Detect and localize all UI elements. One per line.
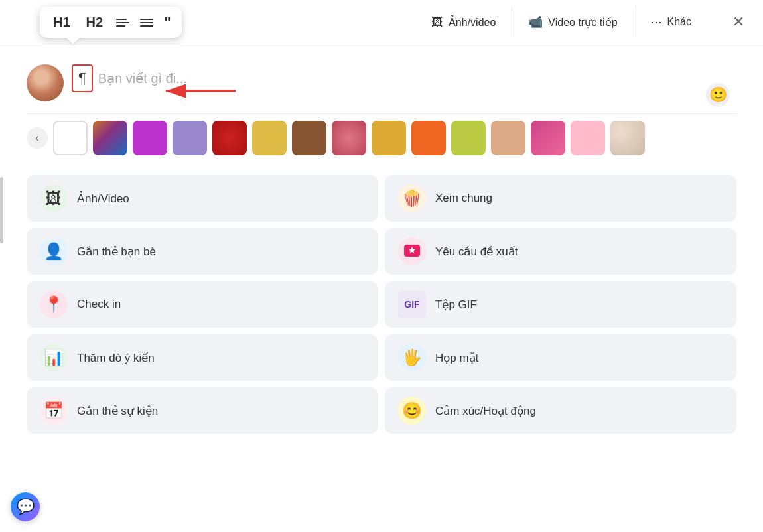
color-swatch-cream[interactable] bbox=[610, 121, 645, 155]
gif-button[interactable]: GIF Tệp GIF bbox=[385, 281, 736, 328]
red-arrow-annotation bbox=[159, 78, 239, 107]
poll-label: Thăm dò ý kiến bbox=[77, 351, 155, 365]
photo-video-button[interactable]: 🖼 Ảnh/Video bbox=[27, 175, 378, 222]
gif-icon: GIF bbox=[398, 291, 426, 318]
left-chevron-icon: ‹ bbox=[35, 132, 38, 144]
color-swatch-brown[interactable] bbox=[292, 121, 326, 155]
color-swatch-white[interactable] bbox=[53, 121, 88, 155]
photo-video-action-icon: 🖼 bbox=[40, 184, 68, 212]
more-tab[interactable]: ⋯ Khác bbox=[634, 7, 707, 37]
messenger-bubble[interactable]: 💬 bbox=[11, 492, 40, 521]
more-label: Khác bbox=[667, 16, 691, 28]
color-swatch-lavender[interactable] bbox=[173, 121, 207, 155]
unordered-list-button[interactable] bbox=[116, 19, 129, 27]
color-swatch-peach[interactable] bbox=[491, 121, 525, 155]
color-swatch-purple[interactable] bbox=[133, 121, 167, 155]
color-swatch-pinkred[interactable] bbox=[332, 121, 366, 155]
color-swatch-colorful1[interactable] bbox=[93, 121, 127, 155]
paragraph-icon: ¶ bbox=[78, 70, 86, 87]
color-palette: ‹ bbox=[27, 113, 736, 162]
color-swatch-yellowgreen[interactable] bbox=[451, 121, 486, 155]
watch-together-button[interactable]: 🍿 Xem chung bbox=[385, 175, 736, 222]
tag-event-icon: 📅 bbox=[40, 397, 68, 425]
tab-bar: 🖼 Ảnh/video 📹 Video trực tiếp ⋯ Khác bbox=[415, 7, 707, 37]
recommendation-button[interactable]: Yêu cầu đề xuất bbox=[385, 228, 736, 275]
poll-icon: 📊 bbox=[40, 344, 68, 371]
messenger-icon: 💬 bbox=[17, 498, 35, 515]
color-swatch-gold[interactable] bbox=[372, 121, 406, 155]
watch-together-label: Xem chung bbox=[435, 192, 492, 205]
checkin-button[interactable]: 📍 Check in bbox=[27, 281, 378, 328]
checkin-icon: 📍 bbox=[40, 291, 68, 318]
meeting-label: Họp mặt bbox=[435, 351, 478, 365]
tag-friends-button[interactable]: 👤 Gắn thẻ bạn bè bbox=[27, 228, 378, 275]
editor-row: ¶ Bạn viết gì đi... 🙂 bbox=[27, 64, 736, 101]
color-swatch-magenta[interactable] bbox=[531, 121, 565, 155]
emoji-icon: 🙂 bbox=[709, 86, 727, 103]
scroll-indicator bbox=[0, 177, 3, 243]
palette-left-arrow[interactable]: ‹ bbox=[27, 127, 48, 149]
feeling-button[interactable]: 😊 Cảm xúc/Hoạt động bbox=[385, 387, 736, 434]
watch-together-icon: 🍿 bbox=[398, 184, 426, 212]
meeting-button[interactable]: 🖐 Họp mặt bbox=[385, 334, 736, 381]
emoji-button[interactable]: 🙂 bbox=[706, 83, 730, 107]
tag-event-label: Gắn thẻ sự kiện bbox=[77, 404, 158, 418]
color-swatch-red[interactable] bbox=[212, 121, 247, 155]
main-content: ¶ Bạn viết gì đi... 🙂 ‹ 🖼 Ảnh/Vide bbox=[0, 44, 763, 447]
recommendation-icon bbox=[398, 237, 426, 265]
format-popup: H1 H2 " bbox=[40, 7, 182, 38]
h1-button[interactable]: H1 bbox=[50, 13, 73, 31]
live-video-label: Video trực tiếp bbox=[548, 16, 617, 29]
blockquote-button[interactable]: " bbox=[164, 15, 171, 30]
photo-video-action-label: Ảnh/Video bbox=[77, 192, 129, 206]
recommendation-label: Yêu cầu đề xuất bbox=[435, 245, 518, 259]
actions-grid: 🖼 Ảnh/Video 🍿 Xem chung 👤 Gắn thẻ bạn bè… bbox=[27, 175, 736, 434]
h2-button[interactable]: H2 bbox=[84, 13, 106, 31]
tag-friends-label: Gắn thẻ bạn bè bbox=[77, 245, 156, 259]
live-video-tab[interactable]: 📹 Video trực tiếp bbox=[512, 7, 634, 37]
ordered-list-button[interactable] bbox=[140, 19, 153, 27]
checkin-label: Check in bbox=[77, 298, 121, 311]
tag-event-button[interactable]: 📅 Gắn thẻ sự kiện bbox=[27, 387, 378, 434]
avatar bbox=[27, 64, 64, 101]
photo-video-tab[interactable]: 🖼 Ảnh/video bbox=[415, 7, 513, 37]
meeting-icon: 🖐 bbox=[398, 344, 426, 371]
feeling-icon: 😊 bbox=[398, 397, 426, 425]
avatar-image bbox=[27, 64, 64, 101]
close-button[interactable]: ✕ bbox=[727, 11, 750, 33]
gif-label: Tệp GIF bbox=[435, 298, 477, 312]
more-icon: ⋯ bbox=[650, 15, 662, 29]
photo-video-icon: 🖼 bbox=[431, 15, 443, 29]
color-swatch-orange[interactable] bbox=[411, 121, 446, 155]
tag-friends-icon: 👤 bbox=[40, 237, 68, 265]
feeling-label: Cảm xúc/Hoạt động bbox=[435, 404, 536, 418]
color-swatch-lightpink[interactable] bbox=[571, 121, 605, 155]
live-video-icon: 📹 bbox=[528, 15, 543, 29]
color-swatch-yellow[interactable] bbox=[252, 121, 287, 155]
photo-video-label: Ảnh/video bbox=[449, 16, 496, 29]
paragraph-icon-button[interactable]: ¶ bbox=[72, 64, 93, 92]
poll-button[interactable]: 📊 Thăm dò ý kiến bbox=[27, 334, 378, 381]
